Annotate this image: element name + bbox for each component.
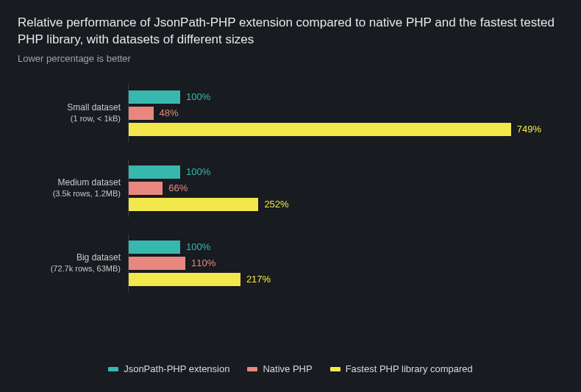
value-label: 100% — [186, 166, 210, 177]
value-label: 217% — [246, 274, 271, 285]
legend-item: JsonPath-PHP extension — [108, 363, 229, 374]
legend-swatch — [108, 367, 118, 371]
bar-row: 217% — [129, 271, 541, 288]
bars-container: 100%110%217% — [128, 235, 541, 292]
legend-label: JsonPath-PHP extension — [124, 363, 229, 374]
value-label: 66% — [168, 182, 188, 193]
chart-title: Relative performance of JsonPath-PHP ext… — [18, 15, 563, 49]
bars-container: 100%66%252% — [128, 160, 541, 217]
bar — [129, 123, 511, 136]
bar-row: 100% — [129, 164, 541, 180]
legend-swatch — [247, 367, 257, 371]
value-label: 48% — [160, 107, 179, 118]
value-label: 100% — [186, 241, 210, 252]
category-label: Big dataset(72.7k rows, 63MB) — [18, 252, 121, 274]
bar-row: 252% — [129, 196, 541, 213]
chart-subtitle: Lower percentage is better — [18, 53, 563, 64]
value-label: 110% — [191, 257, 215, 268]
bar-row: 48% — [129, 105, 541, 121]
bar-row: 110% — [129, 255, 541, 271]
legend-item: Fastest PHP library compared — [330, 363, 473, 374]
chart-group: Medium dataset(3.5k rows, 1.2MB)100%66%2… — [128, 160, 541, 217]
bar — [129, 182, 163, 195]
legend-item: Native PHP — [247, 363, 312, 374]
value-label: 100% — [186, 91, 210, 102]
bar — [129, 198, 258, 211]
bar — [129, 273, 240, 286]
legend-label: Native PHP — [263, 363, 312, 374]
category-label: Medium dataset(3.5k rows, 1.2MB) — [18, 177, 121, 199]
bar-row: 66% — [129, 180, 541, 196]
bar — [129, 107, 154, 120]
bar — [129, 240, 180, 254]
bar — [129, 165, 180, 179]
chart-legend: JsonPath-PHP extensionNative PHPFastest … — [0, 363, 581, 374]
legend-label: Fastest PHP library compared — [346, 363, 473, 374]
legend-swatch — [330, 367, 341, 371]
bar-row: 100% — [129, 89, 541, 105]
chart-group: Small dataset(1 row, < 1kB)100%48%749% — [128, 85, 541, 142]
bar-row: 100% — [129, 239, 541, 255]
category-label: Small dataset(1 row, < 1kB) — [18, 102, 121, 124]
value-label: 749% — [517, 124, 541, 135]
bar — [129, 257, 185, 270]
value-label: 252% — [264, 199, 288, 210]
chart-group: Big dataset(72.7k rows, 63MB)100%110%217… — [128, 235, 541, 292]
bar — [129, 90, 180, 104]
bars-container: 100%48%749% — [128, 85, 541, 142]
bar-row: 749% — [129, 121, 541, 138]
chart-plot-area: Small dataset(1 row, < 1kB)100%48%749%Me… — [18, 85, 563, 292]
